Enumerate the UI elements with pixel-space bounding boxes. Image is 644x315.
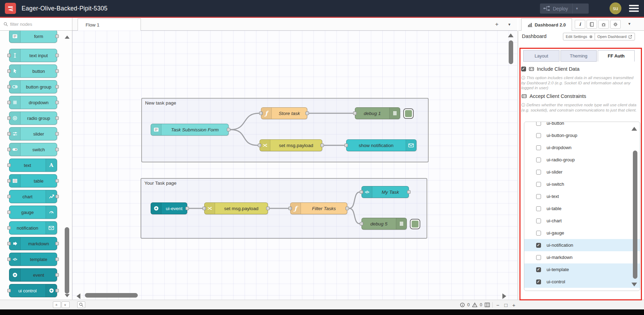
zoom-reset-button[interactable]: □ [503, 302, 509, 308]
add-flow-button[interactable]: + [493, 21, 501, 28]
checkbox[interactable] [536, 231, 541, 236]
palette-node-text-input[interactable]: text input [9, 49, 57, 62]
palette-node-switch[interactable]: switch [9, 143, 57, 156]
palette-node-notification[interactable]: notification [9, 221, 57, 235]
tab-flow-1[interactable]: Flow 1 [78, 18, 141, 31]
canvas-horizontal-scrollbar[interactable] [85, 293, 138, 298]
palette-scroll-up-icon[interactable] [65, 36, 70, 39]
user-avatar[interactable]: su [610, 2, 621, 14]
checkbox[interactable] [536, 194, 541, 199]
node-set-msg-payload-2[interactable]: set msg.payload [204, 202, 268, 214]
palette-search[interactable]: filter nodes [0, 18, 72, 31]
main-menu-icon[interactable] [629, 5, 639, 12]
list-item-ui-template[interactable]: ui-template [524, 263, 640, 276]
palette-node-markdown[interactable]: markdown [9, 237, 57, 250]
warning-triangle-icon[interactable] [472, 302, 477, 307]
node-set-msg-payload-1[interactable]: set msg.payload [260, 139, 322, 151]
debug-bug-button[interactable] [598, 20, 609, 29]
node-debug-1[interactable]: debug 1 [355, 107, 400, 119]
zoom-in-button[interactable]: + [511, 302, 517, 308]
deploy-caret-icon[interactable]: ▾ [572, 3, 578, 14]
deploy-button[interactable]: Deploy ▾ [540, 3, 589, 14]
canvas-scroll-right-icon[interactable] [502, 293, 506, 299]
canvas-scroll-up-icon[interactable] [508, 33, 514, 37]
tab-dashboard-2[interactable]: Dashboard 2.0 [521, 18, 572, 31]
node-task-submission-form[interactable]: Task Submission Form [151, 124, 229, 136]
list-item-ui-radio-group[interactable]: ui-radio-group [524, 154, 640, 166]
palette-node-chart[interactable]: chart [9, 190, 57, 203]
node-ui-event[interactable]: ui-event [151, 202, 187, 214]
list-item-ui-table[interactable]: ui-table [524, 202, 640, 215]
palette-node-button-group[interactable]: button group [9, 80, 57, 93]
checkbox[interactable] [536, 182, 541, 187]
include-client-data-option[interactable]: Include Client Data [521, 66, 580, 72]
help-book-button[interactable] [587, 20, 597, 29]
flow-list-caret-icon[interactable]: ▾ [505, 21, 514, 28]
palette-node-dropdown[interactable]: dropdown [9, 96, 57, 109]
flow-canvas[interactable]: New task page Your Task page Task Submis… [72, 31, 517, 300]
checkbox[interactable] [536, 267, 541, 272]
node-show-notification[interactable]: show notification [346, 139, 416, 151]
checkbox[interactable] [536, 145, 541, 150]
checkbox[interactable] [536, 158, 541, 162]
list-item-ui-chart[interactable]: ui-chart [524, 215, 640, 227]
checkbox[interactable] [536, 206, 541, 211]
include-client-data-checkbox[interactable] [521, 67, 526, 71]
list-scroll-down-icon[interactable] [631, 283, 637, 286]
list-item-ui-markdown[interactable]: ui-markdown [524, 251, 640, 263]
canvas-scroll-left-icon[interactable] [77, 293, 80, 299]
palette-scroll-down-icon[interactable] [65, 294, 70, 297]
debug-toggle-button[interactable] [410, 219, 420, 229]
list-item-ui-slider[interactable]: ui-slider [524, 166, 640, 178]
list-item-ui-button-group[interactable]: ui-button-group [524, 129, 640, 141]
palette-node-text[interactable]: A text [9, 159, 57, 172]
palette-scrollbar[interactable] [65, 227, 69, 294]
palette-node-radio-group[interactable]: radio group [9, 112, 57, 125]
list-scroll-up-icon[interactable] [631, 127, 637, 131]
node-type-list[interactable]: ui-button ui-button-group ui-dropdown ui… [524, 122, 640, 291]
tab-theming[interactable]: Theming [560, 50, 597, 62]
palette-node-table[interactable]: table [9, 174, 57, 187]
checkbox[interactable] [536, 279, 541, 284]
palette-node-form[interactable]: form [9, 31, 57, 43]
node-filter-tasks[interactable]: ƒ Filter Tasks [290, 202, 347, 214]
checkbox[interactable] [536, 243, 541, 248]
list-item-ui-dropdown[interactable]: ui-dropdown [524, 141, 640, 154]
zoom-out-button[interactable]: − [495, 302, 501, 308]
expand-palette-categories-button[interactable]: » [62, 301, 70, 308]
info-sidebar-button[interactable]: i [575, 20, 585, 29]
canvas-vertical-scrollbar[interactable] [509, 40, 513, 64]
tab-layout[interactable]: Layout [523, 50, 559, 62]
navigator-map-icon[interactable] [485, 302, 490, 307]
palette-node-button[interactable]: button [9, 64, 57, 78]
settings-gear-button[interactable] [610, 20, 621, 29]
search-flows-button[interactable] [77, 301, 85, 308]
list-item-ui-control[interactable]: ui-control [524, 276, 640, 288]
list-item-ui-gauge[interactable]: ui-gauge [524, 227, 640, 239]
list-item-ui-text[interactable]: ui-text [524, 190, 640, 202]
palette-node-gauge[interactable]: gauge [9, 206, 57, 219]
list-item-ui-notification[interactable]: ui-notification [524, 239, 640, 251]
palette-node-event[interactable]: event [9, 268, 57, 282]
palette-node-slider[interactable]: slider [9, 127, 57, 140]
collapse-palette-categories-button[interactable]: « [53, 301, 61, 308]
sidebar-menu-caret-icon[interactable]: ▾ [628, 21, 630, 26]
checkbox[interactable] [536, 122, 541, 126]
open-dashboard-button[interactable]: Open Dashboard [595, 33, 635, 40]
list-scrollbar[interactable] [633, 151, 637, 279]
list-item-ui-button[interactable]: ui-button [524, 122, 640, 129]
info-circle-icon[interactable] [460, 302, 465, 307]
checkbox[interactable] [536, 218, 541, 223]
palette-node-ui-control[interactable]: ui control [9, 284, 57, 297]
edit-settings-button[interactable]: Edit Settings [563, 33, 596, 40]
palette-node-template[interactable]: </> template [9, 253, 57, 266]
node-debug-5[interactable]: debug 5 [361, 218, 407, 230]
checkbox[interactable] [536, 255, 541, 260]
node-my-task[interactable]: </> My Task [361, 186, 409, 198]
list-item-ui-switch[interactable]: ui-switch [524, 178, 640, 190]
debug-toggle-button[interactable] [403, 108, 414, 119]
tab-ff-auth[interactable]: FF Auth [598, 50, 635, 62]
checkbox[interactable] [536, 133, 541, 138]
checkbox[interactable] [536, 170, 541, 175]
node-store-task[interactable]: ƒ Store task [261, 107, 307, 119]
